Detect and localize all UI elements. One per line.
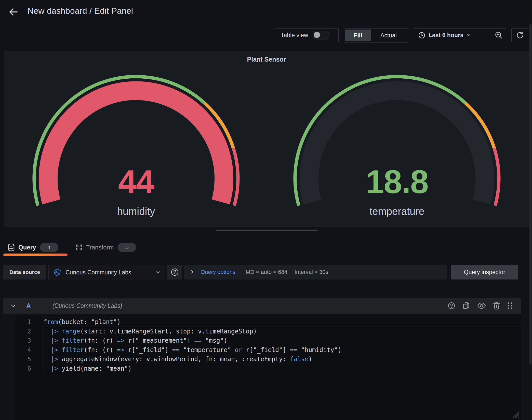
flux-code-editor[interactable]: 1from(bucket: "plant")2 |> range(start: … <box>15 315 521 420</box>
code-lines: 1from(bucket: "plant")2 |> range(start: … <box>15 317 521 373</box>
collapse-chevron-icon[interactable] <box>11 304 16 307</box>
query-ref-id[interactable]: A <box>26 302 31 310</box>
query-datasource-hint: (Curious Community Labs) <box>52 302 448 309</box>
query-inspector-button[interactable]: Query inspector <box>451 265 518 279</box>
page-title: New dashboard / Edit Panel <box>28 6 133 16</box>
copy-icon <box>462 302 470 310</box>
database-icon <box>8 244 15 251</box>
table-view-group: Table view <box>275 28 339 42</box>
query-help-button[interactable] <box>448 302 455 310</box>
table-view-label: Table view <box>281 32 308 39</box>
question-circle-icon <box>171 268 179 276</box>
question-circle-icon <box>448 302 455 310</box>
line-number: 4 <box>15 345 31 355</box>
code-text: |> yield(name: "mean") <box>43 364 132 373</box>
time-range-label: Last 6 hours <box>429 32 463 39</box>
line-number: 3 <box>15 336 31 345</box>
query-options-bar: Query options MD = auto = 684 Interval =… <box>184 265 447 279</box>
code-text: |> filter(fn: (r) => r["_measurement"] =… <box>43 336 228 345</box>
code-line: 1from(bucket: "plant") <box>15 317 521 327</box>
panel-title: Plant Sensor <box>4 56 529 63</box>
transform-icon <box>75 244 83 251</box>
chevron-down-icon <box>467 34 471 37</box>
tabs-divider <box>0 257 529 257</box>
query-options-link[interactable]: Query options <box>201 269 235 275</box>
line-number: 2 <box>15 327 31 336</box>
line-number: 1 <box>15 317 31 327</box>
datasource-picker[interactable]: Curious Community Labs <box>48 265 165 280</box>
header-bar: New dashboard / Edit Panel <box>0 0 532 23</box>
humidity-gauge-label: humidity <box>60 205 212 217</box>
datasource-help-button[interactable] <box>167 265 182 279</box>
code-line: 6 |> yield(name: "mean") <box>15 364 521 373</box>
line-number: 6 <box>15 364 31 373</box>
temperature-gauge-label: temperature <box>321 205 473 217</box>
code-text: |> filter(fn: (r) => r["_field"] == "tem… <box>43 345 341 355</box>
actual-label: Actual <box>380 32 397 39</box>
drag-handle[interactable] <box>507 302 513 310</box>
influxdb-datasource-icon <box>53 268 61 276</box>
zoom-out-button[interactable] <box>491 29 506 42</box>
code-text: |> aggregateWindow(every: v.windowPeriod… <box>43 355 312 364</box>
refresh-icon <box>516 31 524 39</box>
refresh-button[interactable] <box>511 28 528 42</box>
tab-query-label: Query <box>18 244 36 251</box>
code-text: from(bucket: "plant") <box>43 317 121 327</box>
interval-text: Interval = 30s <box>295 269 328 275</box>
chevron-right-icon[interactable] <box>191 270 194 274</box>
eye-icon <box>477 302 486 309</box>
line-number: 5 <box>15 355 31 364</box>
code-line: 2 |> range(start: v.timeRangeStart, stop… <box>15 327 521 336</box>
clock-icon <box>418 32 425 39</box>
fill-button[interactable]: Fill <box>345 30 371 41</box>
code-text: |> range(start: v.timeRangeStart, stop: … <box>43 327 257 336</box>
toggle-visibility-button[interactable] <box>477 302 486 309</box>
delete-query-button[interactable] <box>493 302 500 310</box>
back-button[interactable] <box>7 5 20 19</box>
data-source-label-chip: Data source <box>3 265 46 279</box>
editor-resize-grip[interactable] <box>510 408 520 418</box>
query-inspector-label: Query inspector <box>464 269 505 276</box>
toggle-knob <box>314 32 320 38</box>
humidity-gauge-value: 44 <box>60 165 212 198</box>
tab-transform[interactable]: Transform 0 <box>75 240 136 255</box>
arrow-left-icon <box>8 7 19 17</box>
code-line: 3 |> filter(fn: (r) => r["_measurement"]… <box>15 336 521 345</box>
temperature-gauge-value: 18.8 <box>321 165 473 198</box>
grip-dots-icon <box>507 302 513 310</box>
code-line: 4 |> filter(fn: (r) => r["_field"] == "t… <box>15 345 521 355</box>
query-count-badge: 1 <box>40 243 58 252</box>
panel-resize-handle[interactable] <box>216 230 317 231</box>
fill-label: Fill <box>354 32 362 39</box>
chevron-down-icon <box>156 271 160 274</box>
time-range-button[interactable]: Last 6 hours <box>413 29 491 42</box>
transform-count-badge: 0 <box>118 243 136 252</box>
data-source-label: Data source <box>9 269 40 275</box>
active-tab-underline <box>3 254 68 256</box>
search-minus-icon <box>495 31 502 39</box>
time-range-group: Last 6 hours <box>413 28 506 42</box>
tab-query[interactable]: Query 1 <box>8 240 58 255</box>
query-editor-row-header: A (Curious Community Labs) <box>3 298 521 314</box>
datasource-name: Curious Community Labs <box>65 269 156 276</box>
tab-transform-label: Transform <box>86 244 114 251</box>
code-line: 5 |> aggregateWindow(every: v.windowPeri… <box>15 355 521 364</box>
table-view-toggle[interactable] <box>313 31 329 39</box>
trash-icon <box>493 302 500 310</box>
actual-button[interactable]: Actual <box>371 30 406 41</box>
fill-actual-group: Fill Actual <box>344 28 408 43</box>
gauge-panel: Plant Sensor 44 humidity 18.8 temperatur… <box>4 51 529 227</box>
duplicate-query-button[interactable] <box>462 302 470 310</box>
page-scrollbar[interactable] <box>529 0 532 420</box>
scrollbar-thumb[interactable] <box>529 24 531 364</box>
max-data-points-text: MD = auto = 684 <box>246 269 287 275</box>
